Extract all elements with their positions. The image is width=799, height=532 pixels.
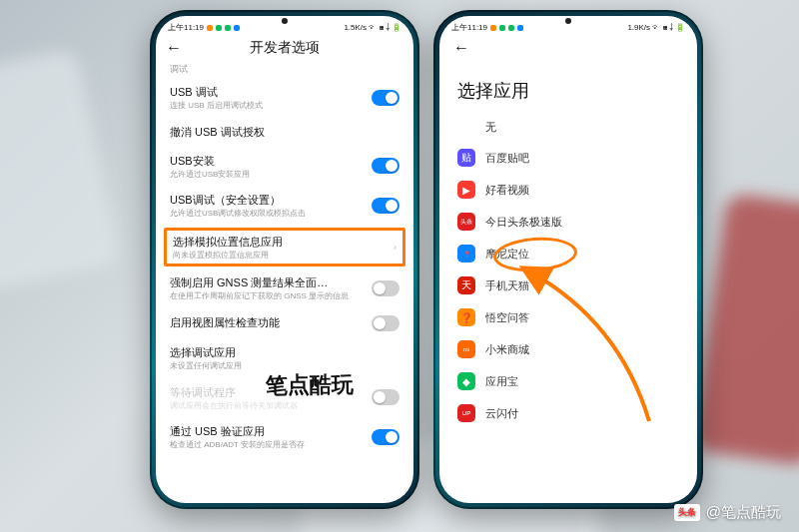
screen-select-app: 上午11:19 1.9K/s ᯤ ▦ ⏚ 🔋 ← 选择应用 无 贴百度贴吧▶好看…	[439, 16, 697, 503]
row-verify-usb[interactable]: 通过 USB 验证应用 检查通过 ADB/ADT 安装的应用是否存	[156, 417, 413, 457]
section-label: 调试	[156, 63, 413, 78]
app-icon: ❓	[457, 308, 475, 326]
status-time: 上午11:19	[451, 22, 487, 33]
page-header: ← 开发者选项	[156, 35, 413, 63]
app-name: 百度贴吧	[485, 151, 529, 166]
app-row[interactable]: ▶好看视频	[439, 174, 697, 206]
app-row-none[interactable]: 无	[439, 113, 697, 142]
back-icon[interactable]: ←	[453, 39, 469, 56]
toggle-wait-debugger	[372, 389, 400, 405]
app-icon: 天	[457, 276, 475, 294]
app-name: 摩尼定位	[485, 247, 529, 262]
app-name: 应用宝	[485, 374, 518, 389]
page-title: 开发者选项	[166, 39, 403, 57]
toggle-usb-install[interactable]	[372, 158, 400, 174]
row-gnss[interactable]: 强制启用 GNSS 测量结果全面… 在使用工作周期前应记下获取的 GNSS 显示…	[156, 268, 413, 308]
row-usb-debug[interactable]: USB 调试 连接 USB 后启用调试模式	[156, 78, 413, 118]
app-row[interactable]: mi小米商城	[439, 333, 697, 365]
settings-list: USB 调试 连接 USB 后启用调试模式 撤消 USB 调试授权 USB安装 …	[156, 78, 413, 503]
overlay-watermark-text: 笔点酷玩	[266, 369, 355, 401]
status-time: 上午11:19	[168, 22, 204, 33]
app-icon: ▶	[457, 181, 475, 199]
toggle-usb-debug[interactable]	[372, 90, 400, 106]
app-name: 今日头条极速版	[485, 215, 562, 230]
app-icon: mi	[457, 340, 475, 358]
app-icon: ◆	[457, 372, 475, 390]
app-row[interactable]: 贴百度贴吧	[439, 142, 697, 174]
watermark-badge: 头条	[674, 504, 700, 521]
toggle-gnss[interactable]	[372, 280, 400, 296]
watermark-text: @笔点酷玩	[706, 503, 781, 522]
row-view-inspect[interactable]: 启用视图属性检查功能	[156, 308, 413, 338]
app-row[interactable]: UP云闪付	[439, 397, 697, 429]
app-icon: 📍	[457, 245, 475, 263]
app-icon: UP	[457, 404, 475, 422]
app-icon: 贴	[457, 149, 475, 167]
toggle-view-inspect[interactable]	[372, 315, 400, 331]
app-list: 贴百度贴吧▶好看视频头条今日头条极速版📍摩尼定位天手机天猫❓悟空问答mi小米商城…	[439, 142, 697, 429]
app-name: 好看视频	[485, 183, 529, 198]
chevron-right-icon: ›	[394, 242, 397, 253]
app-row[interactable]: ❓悟空问答	[439, 301, 697, 333]
screen-dev-options: 上午11:19 1.5K/s ᯤ ▦ ⏚ 🔋 ← 开发者选项 调试 USB 调试…	[156, 16, 413, 503]
app-name: 云闪付	[485, 406, 518, 421]
app-name: 小米商城	[485, 342, 529, 357]
app-row[interactable]: ◆应用宝	[439, 365, 697, 397]
row-mock-location[interactable]: 选择模拟位置信息应用 尚未设置模拟位置信息应用 ›	[173, 235, 397, 261]
phone-left: 上午11:19 1.5K/s ᯤ ▦ ⏚ 🔋 ← 开发者选项 调试 USB 调试…	[150, 10, 419, 509]
toggle-usb-security[interactable]	[372, 198, 400, 214]
app-name: 悟空问答	[485, 310, 529, 325]
toggle-verify-usb[interactable]	[372, 429, 400, 445]
phone-right: 上午11:19 1.9K/s ᯤ ▦ ⏚ 🔋 ← 选择应用 无 贴百度贴吧▶好看…	[433, 10, 703, 509]
app-row[interactable]: 头条今日头条极速版	[439, 206, 697, 238]
footer-watermark: 头条 @笔点酷玩	[674, 503, 781, 522]
app-row[interactable]: 天手机天猫	[439, 269, 697, 301]
row-revoke-usb[interactable]: 撤消 USB 调试授权	[156, 118, 413, 147]
row-usb-install[interactable]: USB安装 允许通过USB安装应用	[156, 147, 413, 187]
highlight-mock-location: 选择模拟位置信息应用 尚未设置模拟位置信息应用 ›	[164, 228, 405, 267]
app-row[interactable]: 📍摩尼定位	[439, 238, 697, 269]
page-title: 选择应用	[439, 61, 697, 113]
app-icon: 头条	[457, 213, 475, 231]
app-name: 手机天猫	[485, 278, 529, 293]
row-usb-security[interactable]: USB调试（安全设置） 允许通过USB调试修改权限或模拟点击	[156, 186, 413, 226]
